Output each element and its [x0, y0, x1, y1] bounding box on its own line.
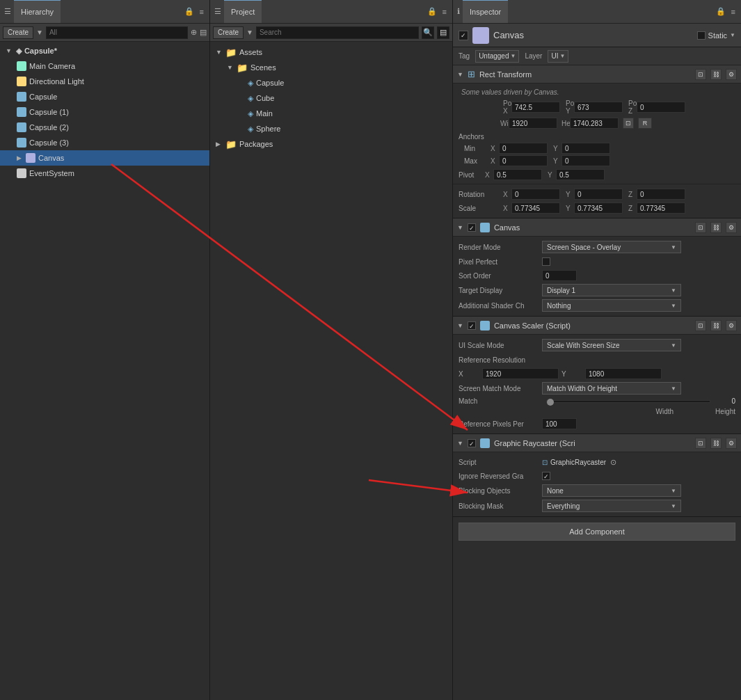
hierarchy-lock-icon[interactable]: 🔒 — [183, 7, 196, 16]
anchorminx-input[interactable] — [499, 143, 548, 154]
rect-transform-header[interactable]: ▼ ⊞ Rect Transform ⊡ ⛓ ⚙ — [453, 65, 741, 83]
ref-x-input[interactable] — [482, 368, 559, 379]
posy-input[interactable] — [574, 102, 623, 113]
hierarchy-item-canvas[interactable]: ▶ Canvas — [0, 150, 209, 166]
inspector-menu-icon[interactable]: ≡ — [730, 8, 737, 16]
inspector-lock-icon[interactable]: 🔒 — [715, 7, 727, 16]
hierarchy-item-capsule1[interactable]: Capsule (1) — [0, 104, 209, 120]
project-scene-sphere[interactable]: ◈ Sphere — [213, 121, 449, 136]
render-mode-dropdown[interactable]: Screen Space - Overlay ▼ — [542, 241, 681, 253]
project-filter-icon[interactable]: ▤ — [437, 26, 449, 39]
canvas-component-header[interactable]: ▼ Canvas ⊡ ⛓ ⚙ — [453, 218, 741, 237]
canvas-settingsbtn[interactable]: ⚙ — [726, 222, 737, 233]
rect-transform-refbtn[interactable]: ⊡ — [695, 69, 706, 80]
object-name[interactable]: Canvas — [493, 30, 693, 40]
graphic-raycaster-linkbtn[interactable]: ⛓ — [710, 438, 722, 449]
canvas-scaler-section: ▼ Canvas Scaler (Script) ⊡ ⛓ ⚙ UI Scale … — [453, 317, 741, 434]
sort-order-input[interactable] — [542, 270, 577, 281]
canvas-refbtn[interactable]: ⊡ — [695, 222, 706, 233]
canvas-scaler-settingsbtn[interactable]: ⚙ — [726, 320, 737, 331]
additional-shader-dropdown[interactable]: Nothing ▼ — [542, 299, 681, 312]
project-assets-folder[interactable]: ▼ 📁 Assets — [213, 45, 449, 60]
project-create-button[interactable]: Create — [213, 26, 244, 39]
project-scene-main[interactable]: ◈ Main — [213, 106, 449, 121]
layer-dropdown[interactable]: UI ▼ — [548, 50, 568, 63]
posz-input[interactable] — [637, 102, 685, 113]
canvas-scaler-header[interactable]: ▼ Canvas Scaler (Script) ⊡ ⛓ ⚙ — [453, 317, 741, 335]
pivoty-input[interactable] — [556, 169, 605, 180]
ref-pixels-input[interactable] — [542, 418, 577, 429]
target-display-dropdown[interactable]: Display 1 ▼ — [542, 284, 681, 296]
match-slider-thumb[interactable] — [547, 399, 554, 406]
ui-scale-mode-dropdown[interactable]: Scale With Screen Size ▼ — [542, 339, 681, 351]
hierarchy-item-root[interactable]: ▼ ◈ Capsule* — [0, 43, 209, 58]
graphic-raycaster-refbtn[interactable]: ⊡ — [695, 438, 706, 449]
project-packages-folder[interactable]: ▶ 📁 Packages — [213, 136, 449, 152]
blocking-mask-dropdown[interactable]: Everything ▼ — [542, 500, 681, 512]
canvas-scaler-enable-checkbox[interactable] — [468, 321, 476, 330]
graphic-raycaster-settingsbtn[interactable]: ⚙ — [726, 438, 737, 449]
blocking-objects-dropdown[interactable]: None ▼ — [542, 484, 681, 497]
hierarchy-search-input[interactable] — [46, 26, 188, 39]
project-content: ▼ 📁 Assets ▼ 📁 Scenes ◈ Capsule ◈ Cube — [210, 42, 452, 700]
additional-shader-label: Additional Shader Ch — [459, 302, 542, 310]
add-component-button[interactable]: Add Component — [459, 523, 735, 541]
project-search-icon[interactable]: 🔍 — [422, 26, 434, 39]
anchorminx-field: X — [491, 143, 548, 154]
object-active-checkbox[interactable] — [459, 31, 468, 40]
hierarchy-label-directionallight: Directional Light — [29, 77, 84, 86]
hierarchy-filter-icon[interactable]: ▤ — [200, 28, 207, 37]
ref-y-input[interactable] — [585, 368, 662, 379]
wh-anchor-btn[interactable]: ⊡ — [623, 118, 634, 129]
graphic-raycaster-header[interactable]: ▼ Graphic Raycaster (Scri ⊡ ⛓ ⚙ — [453, 434, 741, 452]
width-input[interactable] — [509, 118, 557, 129]
script-icon: ⊡ — [542, 459, 548, 466]
hierarchy-scene-icon[interactable]: ⊕ — [191, 28, 197, 37]
anchormaxx-input[interactable] — [499, 155, 548, 166]
height-input[interactable] — [570, 118, 619, 129]
hierarchy-item-capsule2[interactable]: Capsule (2) — [0, 120, 209, 135]
script-target-icon[interactable]: ⊙ — [609, 458, 618, 467]
canvas-scaler-linkbtn[interactable]: ⛓ — [710, 320, 722, 331]
pixel-perfect-checkbox[interactable] — [542, 257, 550, 266]
roty-input[interactable] — [574, 189, 623, 200]
posx-input[interactable] — [511, 102, 560, 113]
rotz-input[interactable] — [637, 189, 685, 200]
rect-transform-settingsbtn[interactable]: ⚙ — [726, 69, 737, 80]
project-scenes-folder[interactable]: ▼ 📁 Scenes — [213, 60, 449, 75]
anchormaxy-input[interactable] — [561, 155, 610, 166]
scalez-input[interactable] — [637, 202, 685, 214]
tag-dropdown[interactable]: Untagged ▼ — [475, 50, 519, 63]
canvas-linkbtn[interactable]: ⛓ — [710, 222, 722, 233]
wh-r-btn[interactable]: R — [638, 118, 652, 129]
hierarchy-create-button[interactable]: Create — [3, 26, 33, 39]
project-lock-icon[interactable]: 🔒 — [426, 7, 438, 16]
project-scene-capsule-label: Capsule — [256, 79, 284, 87]
hierarchy-item-directionallight[interactable]: Directional Light — [0, 74, 209, 89]
static-checkbox[interactable] — [697, 31, 706, 40]
hierarchy-item-maincamera[interactable]: Main Camera — [0, 58, 209, 74]
project-scene-capsule[interactable]: ◈ Capsule — [213, 75, 449, 90]
anchorminy-input[interactable] — [561, 143, 610, 154]
rect-transform-linkbtn[interactable]: ⛓ — [710, 69, 722, 80]
scaley-input[interactable] — [574, 202, 623, 214]
scale-group: X Y Z — [503, 202, 735, 214]
hierarchy-item-capsule[interactable]: Capsule — [0, 89, 209, 104]
match-slider[interactable] — [546, 400, 710, 403]
project-scene-cube[interactable]: ◈ Cube — [213, 90, 449, 106]
hierarchy-label-capsule1: Capsule (1) — [29, 108, 69, 116]
project-menu-icon[interactable]: ≡ — [441, 8, 448, 16]
scalex-input[interactable] — [511, 202, 560, 214]
project-search-input[interactable] — [256, 26, 419, 39]
rotx-input[interactable] — [511, 189, 560, 200]
static-dropdown-arrow[interactable]: ▼ — [730, 32, 735, 38]
hierarchy-item-eventsystem[interactable]: EventSystem — [0, 166, 209, 181]
canvas-scaler-refbtn[interactable]: ⊡ — [695, 320, 706, 331]
ignore-reversed-checkbox[interactable] — [542, 472, 550, 480]
graphic-raycaster-enable-checkbox[interactable] — [468, 439, 476, 447]
hierarchy-menu-icon[interactable]: ≡ — [198, 8, 205, 16]
pivotx-input[interactable] — [493, 169, 542, 180]
hierarchy-item-capsule3[interactable]: Capsule (3) — [0, 135, 209, 150]
canvas-enable-checkbox[interactable] — [468, 223, 476, 232]
screen-match-dropdown[interactable]: Match Width Or Height ▼ — [542, 382, 681, 395]
